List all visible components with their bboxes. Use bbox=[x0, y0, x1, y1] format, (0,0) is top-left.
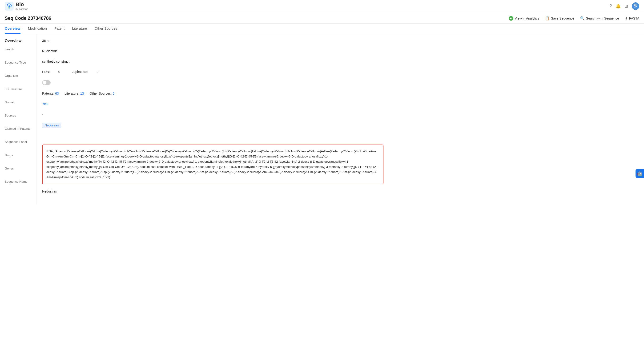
organism-value: synthetic construct bbox=[42, 60, 70, 63]
sub-header-actions: ◉ View in Analytics 📋 Save Sequence 🔍 Se… bbox=[509, 16, 639, 21]
apps-button[interactable]: ⊞ bbox=[624, 4, 628, 9]
sequence-text: RNA, (Am-sp-(2′-deoxy-2′-fluoro)G-Um-(2′… bbox=[46, 150, 378, 179]
sidebar-item-claimed-in-patents: Claimed in Patents bbox=[5, 127, 32, 131]
alphafold-value: 0 bbox=[96, 70, 98, 74]
save-sequence-button[interactable]: 📋 Save Sequence bbox=[545, 16, 574, 20]
domain-toggle[interactable] bbox=[42, 80, 50, 85]
tab-overview[interactable]: Overview bbox=[5, 24, 20, 34]
tab-patent[interactable]: Patent bbox=[54, 24, 64, 34]
sequence-name-bottom: Nedosiran bbox=[42, 190, 57, 193]
sequence-label-value: - bbox=[42, 112, 43, 116]
floating-side-button[interactable]: 🤖 bbox=[636, 169, 644, 178]
sequence-text-box: RNA, (Am-sp-(2′-deoxy-2′-fluoro)G-Um-(2′… bbox=[42, 144, 384, 184]
length-row: 36 nt bbox=[42, 39, 638, 42]
tab-other-sources[interactable]: Other Sources bbox=[94, 24, 118, 34]
svg-point-1 bbox=[8, 6, 10, 7]
sidebar-item-sources: Sources bbox=[5, 114, 32, 118]
logo-text: Bio by patsnap bbox=[16, 2, 28, 10]
save-icon: 📋 bbox=[545, 16, 550, 20]
app-header: Bio by patsnap ? 🔔 ⊞ 张 bbox=[0, 0, 644, 12]
notification-button[interactable]: 🔔 bbox=[616, 4, 621, 9]
sidebar: Overview Length Sequence Type Organism 3… bbox=[0, 34, 36, 204]
search-with-sequence-button[interactable]: 🔍 Search with Sequence bbox=[580, 16, 619, 20]
main-content: Overview Length Sequence Type Organism 3… bbox=[0, 34, 644, 204]
other-source: Other Sources: 6 bbox=[90, 92, 114, 95]
literature-link[interactable]: 13 bbox=[80, 92, 84, 95]
fasta-button[interactable]: ⬇ FASTA bbox=[625, 16, 639, 20]
claimed-in-patents-value[interactable]: Yes bbox=[42, 102, 48, 106]
sources-value: Patents: 63 Literature: 13 Other Sources… bbox=[42, 92, 114, 95]
sequence-name-row: RNA, (Am-sp-(2′-deoxy-2′-fluoro)G-Um-(2′… bbox=[42, 144, 638, 193]
sidebar-item-sequence-name: Sequence Name bbox=[5, 180, 32, 184]
detail-area: 36 nt Nucleotide synthetic construct PDB… bbox=[36, 34, 644, 204]
tab-modification[interactable]: Modification bbox=[28, 24, 47, 34]
overview-heading: Overview bbox=[5, 39, 32, 43]
drug-badge[interactable]: Nedosiran bbox=[42, 123, 61, 128]
sidebar-item-sequence-type: Sequence Type bbox=[5, 60, 32, 65]
download-icon: ⬇ bbox=[625, 16, 628, 20]
logo-area: Bio by patsnap bbox=[5, 2, 28, 10]
sidebar-item-drugs: Drugs bbox=[5, 153, 32, 158]
sequence-type-value: Nucleotide bbox=[42, 49, 58, 53]
avatar[interactable]: 张 bbox=[632, 2, 639, 10]
floating-icon: 🤖 bbox=[637, 171, 642, 176]
logo-sub-label: by patsnap bbox=[16, 8, 28, 10]
patents-source: Patents: 63 bbox=[42, 92, 59, 95]
pdb-area: PDB: 0 AlphaFold: 0 bbox=[42, 70, 98, 74]
patents-link[interactable]: 63 bbox=[55, 92, 59, 95]
sidebar-item-domain: Domain bbox=[5, 100, 32, 104]
sub-header: Seq Code 237340786 ◉ View in Analytics 📋… bbox=[0, 12, 644, 24]
length-value: 36 nt bbox=[42, 39, 50, 42]
help-button[interactable]: ? bbox=[610, 4, 612, 8]
other-link[interactable]: 6 bbox=[112, 92, 114, 95]
sidebar-item-organism: Organism bbox=[5, 74, 32, 78]
sources-row: Patents: 63 Literature: 13 Other Sources… bbox=[42, 92, 638, 95]
seq-code-title: Seq Code 237340786 bbox=[5, 16, 51, 21]
tabs-bar: Overview Modification Patent Literature … bbox=[0, 24, 644, 34]
genes-row bbox=[42, 135, 638, 137]
domain-row bbox=[42, 80, 638, 85]
sidebar-item-genes: Genes bbox=[5, 166, 32, 171]
sequence-label-row: - bbox=[42, 112, 638, 116]
tab-literature[interactable]: Literature bbox=[72, 24, 87, 34]
app-logo-icon bbox=[5, 2, 14, 10]
view-analytics-button[interactable]: ◉ View in Analytics bbox=[509, 16, 539, 21]
alphafold-label: AlphaFold: bbox=[72, 70, 88, 74]
sidebar-item-sequence-label: Sequence Label bbox=[5, 140, 32, 144]
pdb-value: 0 bbox=[58, 70, 60, 74]
organism-row: synthetic construct bbox=[42, 60, 638, 63]
3d-structure-row: PDB: 0 AlphaFold: 0 bbox=[42, 70, 638, 74]
sequence-type-row: Nucleotide bbox=[42, 49, 638, 53]
sidebar-item-3d-structure: 3D Structure bbox=[5, 87, 32, 91]
logo-bio-label: Bio bbox=[16, 2, 28, 7]
drugs-row: Nedosiran bbox=[42, 123, 638, 128]
header-icons: ? 🔔 ⊞ 张 bbox=[610, 2, 639, 10]
claimed-in-patents-row: Yes bbox=[42, 102, 638, 106]
pdb-label: PDB: bbox=[42, 70, 50, 74]
literature-source: Literature: 13 bbox=[64, 92, 84, 95]
analytics-icon: ◉ bbox=[509, 16, 513, 21]
sidebar-item-length: Length bbox=[5, 47, 32, 52]
search-icon: 🔍 bbox=[580, 16, 585, 20]
